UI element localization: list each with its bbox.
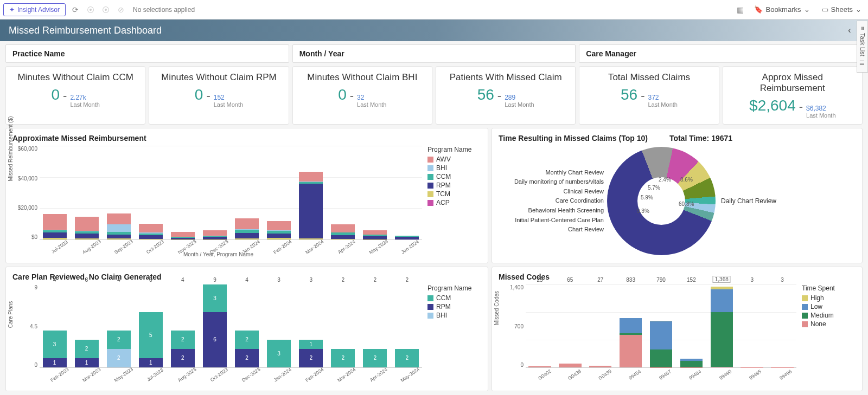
donut-main-label: Daily Chart Review	[716, 197, 776, 205]
dashboard-header: Missed Reimbursement Dashboard ‹ ›	[0, 20, 868, 41]
sheets-icon: ▭	[822, 5, 828, 14]
legend-item[interactable]: AWV	[427, 156, 481, 163]
filter-practice-name[interactable]: Practice Name	[5, 44, 289, 63]
insight-label: Insight Advisor	[17, 6, 60, 14]
legend-item[interactable]: Medium	[802, 312, 856, 319]
smart-search-icon[interactable]: ⟳	[70, 4, 81, 15]
kpi-value: $2,604	[749, 97, 796, 114]
y-axis-label: Missed Reimbursement ($)	[8, 116, 14, 182]
kpi-card[interactable]: Approx Missed Reimbursement $2,604 - $6,…	[723, 66, 863, 125]
kpi-title: Minutes Without Claim BHI	[299, 72, 425, 83]
kpi-lm: Last Month	[806, 112, 835, 119]
legend-title: Time Spent	[802, 284, 856, 292]
no-selections-text: No selections applied	[133, 6, 195, 14]
chart-missed-reimbursement[interactable]: Approximate Missed Reimbursement Missed …	[5, 128, 488, 263]
top-toolbar: ✦ Insight Advisor ⟳ ⦿ ⦿ ⊘ No selections …	[0, 0, 868, 20]
legend-item[interactable]: RPM	[427, 303, 481, 310]
chevron-down-icon: ⌄	[856, 5, 861, 14]
kpi-lm: Last Month	[505, 101, 534, 108]
kpi-prev: 2.27k	[70, 94, 86, 101]
donut-slice-label: Monthly Chart Review	[499, 168, 604, 178]
legend-item[interactable]: CCM	[427, 173, 481, 180]
filter-month-year[interactable]: Month / Year	[292, 44, 576, 63]
kpi-lm: Last Month	[648, 101, 678, 108]
sparkle-icon: ✦	[9, 6, 15, 14]
legend-title: Program Name	[427, 284, 481, 292]
kpi-title: Minutes Without Claim RPM	[156, 72, 282, 83]
donut-slice-label: Clinical Review	[499, 187, 604, 197]
kpi-card[interactable]: Patients With Missed Claim 56 - 289Last …	[436, 66, 576, 125]
kpi-prev: 372	[648, 94, 659, 101]
legend-title: Program Name	[427, 146, 481, 153]
legend-item[interactable]: RPM	[427, 182, 481, 189]
kpi-prev: $6,382	[806, 105, 826, 112]
edit-icon[interactable]: ▦	[735, 4, 745, 15]
legend-item[interactable]: CCM	[427, 294, 481, 302]
list-icon: ≡	[859, 27, 866, 30]
kpi-lm: Last Month	[214, 101, 243, 108]
list-icon: ☰	[859, 60, 866, 67]
kpi-lm: Last Month	[357, 101, 386, 108]
kpi-prev: 289	[505, 94, 515, 101]
chart-total: Total Time: 19671	[669, 134, 732, 143]
filter-care-manager[interactable]: Care Manager	[579, 44, 863, 63]
task-list-tab[interactable]: ≡ Task List ☰	[857, 21, 868, 73]
kpi-prev: 32	[357, 94, 364, 101]
chevron-down-icon: ⌄	[804, 5, 810, 14]
chart-title: Missed Codes	[499, 273, 856, 281]
step-forward-icon: ⦿	[100, 4, 111, 15]
bookmark-icon: 🔖	[754, 5, 763, 14]
step-back-icon: ⦿	[85, 4, 96, 15]
task-list-label: Task List	[859, 33, 866, 56]
chart-title: Approximate Missed Reimbursement	[12, 134, 481, 143]
y-axis-label: Care Plans	[8, 301, 14, 328]
legend-item[interactable]: BHI	[427, 312, 481, 319]
clear-selections-icon: ⊘	[116, 4, 126, 15]
chart-missed-codes[interactable]: Missed Codes Missed Codes 1,400700025652…	[492, 267, 863, 391]
sheets-button[interactable]: ▭ Sheets ⌄	[819, 3, 865, 16]
legend-item[interactable]: Low	[802, 303, 856, 310]
bookmarks-label: Bookmarks	[765, 5, 801, 14]
kpi-value: 0	[338, 86, 347, 103]
chart-care-plan[interactable]: Care Plan Reviewed, No Claim Generated C…	[5, 267, 488, 391]
kpi-value: 56	[477, 86, 494, 103]
chart-title: Time Resulting in Missed Claims (Top 10)	[499, 134, 648, 143]
kpi-title: Approx Missed Reimbursement	[730, 72, 856, 94]
page-title: Missed Reimbursement Dashboard	[9, 25, 162, 36]
kpi-title: Minutes Without Claim CCM	[12, 72, 138, 83]
kpi-value: 0	[195, 86, 203, 103]
kpi-card[interactable]: Total Missed Claims 56 - 372Last Month	[579, 66, 719, 125]
kpi-card[interactable]: Minutes Without Claim CCM 0 - 2.27kLast …	[5, 66, 145, 125]
insight-advisor-button[interactable]: ✦ Insight Advisor	[3, 3, 66, 16]
donut-slice-label: Chart Review	[499, 225, 604, 235]
sheets-label: Sheets	[831, 5, 853, 14]
y-axis-label: Missed Codes	[494, 291, 500, 325]
legend-item[interactable]: High	[802, 294, 856, 302]
kpi-lm: Last Month	[70, 101, 99, 108]
legend-item[interactable]: None	[802, 320, 856, 328]
donut-slice-label: Behavioral Health Screening	[499, 206, 604, 216]
chart-time-missed-claims[interactable]: Time Resulting in Missed Claims (Top 10)…	[492, 128, 863, 263]
legend-item[interactable]: ACP	[427, 199, 481, 206]
legend-item[interactable]: BHI	[427, 164, 481, 172]
kpi-title: Total Missed Claims	[586, 72, 712, 83]
kpi-card[interactable]: Minutes Without Claim BHI 0 - 32Last Mon…	[292, 66, 432, 125]
prev-sheet-icon[interactable]: ‹	[848, 25, 851, 35]
kpi-card[interactable]: Minutes Without Claim RPM 0 - 152Last Mo…	[149, 66, 289, 125]
donut-slice-label: Care Coordination	[499, 196, 604, 206]
legend-item[interactable]: TCM	[427, 190, 481, 198]
bookmarks-button[interactable]: 🔖 Bookmarks ⌄	[751, 3, 813, 16]
kpi-title: Patients With Missed Claim	[443, 72, 569, 83]
kpi-value: 0	[52, 86, 60, 103]
donut-slice-label: Initial Patient-Centered Care Plan	[499, 216, 604, 225]
kpi-prev: 152	[214, 94, 225, 101]
kpi-value: 56	[621, 86, 637, 103]
donut-slice-label: Daily monitoring of numbers/vitals	[499, 177, 604, 187]
